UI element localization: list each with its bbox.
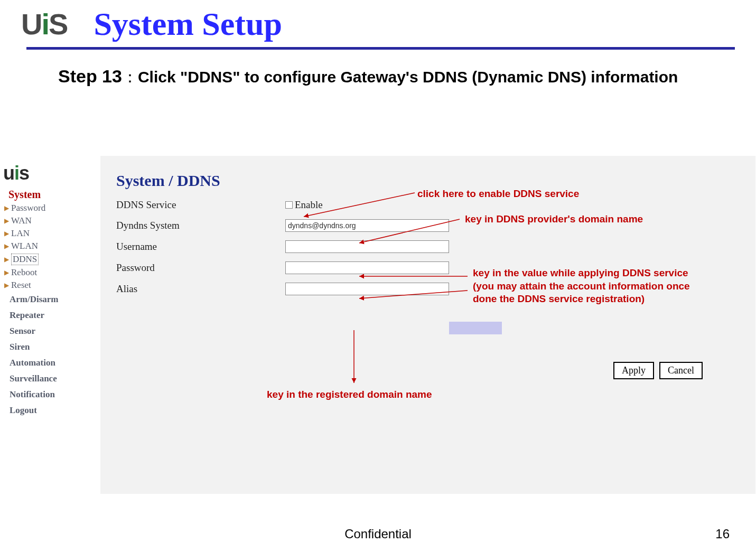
nav-group-siren[interactable]: Siren — [4, 339, 74, 355]
page-number: 16 — [715, 527, 730, 541]
label-password: Password — [116, 262, 285, 274]
annotation-provider: key in DDNS provider's domain name — [465, 213, 643, 226]
nav-heading-system[interactable]: System — [8, 189, 74, 201]
divider — [26, 47, 735, 50]
nav-group-repeater[interactable]: Repeater — [4, 307, 74, 323]
arrow-icon — [354, 288, 473, 304]
checkbox-icon[interactable] — [285, 201, 293, 209]
label-alias: Alias — [116, 283, 285, 295]
logo: UiS — [21, 7, 67, 41]
arrow-icon — [349, 330, 365, 388]
arrow-icon — [354, 272, 473, 283]
triangle-icon: ▶ — [4, 282, 9, 289]
triangle-icon: ▶ — [4, 256, 9, 264]
step-instruction: Step 13：Click "DDNS" to configure Gatewa… — [58, 64, 730, 89]
nav-item-wlan[interactable]: ▶WLAN — [4, 240, 74, 252]
nav-group-logout[interactable]: Logout — [4, 403, 74, 418]
annotation-credentials: key in the value while applying DDNS ser… — [473, 267, 700, 306]
label-dyndns-system: Dyndns System — [116, 220, 285, 231]
sidebar: uis System ▶Password ▶WAN ▶LAN ▶WLAN ▶DD… — [0, 156, 74, 499]
nav-group-automation[interactable]: Automation — [4, 355, 74, 371]
nav-group-armdisarm[interactable]: Arm/Disarm — [4, 292, 74, 307]
triangle-icon: ▶ — [4, 204, 9, 212]
triangle-icon: ▶ — [4, 269, 9, 277]
highlight-box — [449, 322, 502, 334]
inner-logo: uis — [0, 156, 74, 184]
nav-group-sensor[interactable]: Sensor — [4, 323, 74, 339]
svg-line-0 — [304, 193, 415, 217]
nav-group-notification[interactable]: Notification — [4, 387, 74, 403]
triangle-icon: ▶ — [4, 242, 9, 250]
arrow-icon — [354, 217, 465, 248]
nav-item-reset[interactable]: ▶Reset — [4, 279, 74, 292]
nav-item-lan[interactable]: ▶LAN — [4, 227, 74, 240]
main-panel: System / DDNS DDNS Service Enable Dyndns… — [100, 156, 755, 494]
nav-item-wan[interactable]: ▶WAN — [4, 214, 74, 227]
nav-item-ddns[interactable]: ▶DDNS — [4, 252, 74, 266]
svg-line-1 — [359, 219, 460, 243]
panel-title: System / DDNS — [100, 156, 755, 190]
footer-confidential: Confidential — [0, 527, 756, 541]
nav-item-password[interactable]: ▶Password — [4, 202, 74, 214]
annotation-enable: click here to enable DDNS service — [417, 188, 579, 201]
apply-button[interactable]: Apply — [613, 362, 654, 379]
cancel-button[interactable]: Cancel — [659, 362, 703, 379]
label-ddns-service: DDNS Service — [116, 199, 285, 211]
page-title: System Setup — [94, 5, 282, 43]
nav-item-reboot[interactable]: ▶Reboot — [4, 266, 74, 279]
svg-line-3 — [359, 291, 468, 298]
nav-group-surveillance[interactable]: Surveillance — [4, 371, 74, 387]
label-username: Username — [116, 241, 285, 252]
triangle-icon: ▶ — [4, 230, 9, 238]
triangle-icon: ▶ — [4, 217, 9, 225]
annotation-domain: key in the registered domain name — [267, 388, 432, 401]
